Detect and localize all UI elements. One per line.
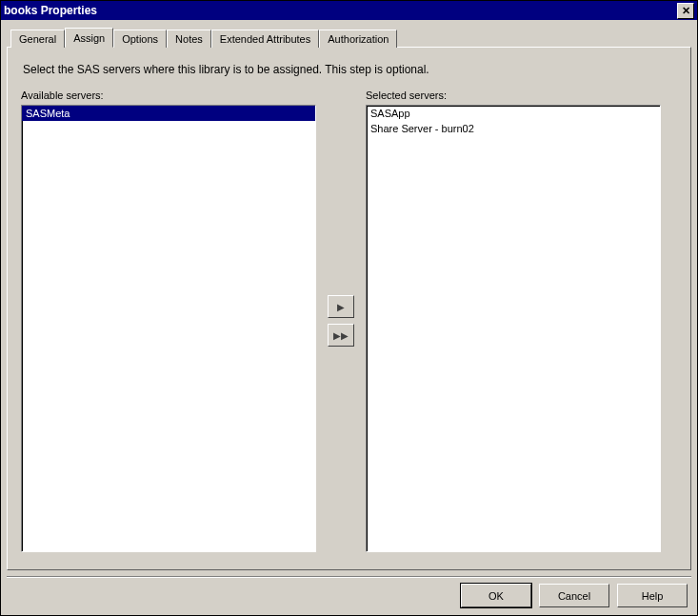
chevron-right-icon: ▶ <box>337 302 345 312</box>
help-button[interactable]: Help <box>617 584 688 607</box>
tab-general[interactable]: General <box>10 30 65 48</box>
list-item[interactable]: Share Server - burn02 <box>367 121 660 136</box>
title-bar: books Properties ✕ <box>1 1 697 20</box>
dialog-window: books Properties ✕ General Assign Option… <box>0 0 698 616</box>
dialog-body: General Assign Options Notes Extended At… <box>1 20 697 615</box>
close-icon: ✕ <box>682 5 690 17</box>
ok-button[interactable]: OK <box>461 584 531 607</box>
tab-strip: General Assign Options Notes Extended At… <box>10 26 691 47</box>
move-all-right-button[interactable]: ▶▶ <box>328 324 354 347</box>
available-column: Available servers: SASMeta <box>21 89 316 552</box>
tab-assign[interactable]: Assign <box>65 28 113 48</box>
move-right-button[interactable]: ▶ <box>328 295 354 318</box>
tab-container: General Assign Options Notes Extended At… <box>7 26 691 570</box>
available-label: Available servers: <box>21 89 316 101</box>
dialog-button-row: OK Cancel Help <box>7 578 691 607</box>
selected-servers-listbox[interactable]: SASApp Share Server - burn02 <box>366 105 661 552</box>
tab-extended-attributes[interactable]: Extended Attributes <box>211 30 319 48</box>
available-servers-listbox[interactable]: SASMeta <box>21 105 316 552</box>
selected-column: Selected servers: SASApp Share Server - … <box>366 89 661 552</box>
window-title: books Properties <box>4 4 97 17</box>
tab-panel-assign: Select the SAS servers where this librar… <box>7 47 691 570</box>
tab-notes[interactable]: Notes <box>167 30 211 48</box>
tab-authorization[interactable]: Authorization <box>319 30 397 48</box>
selected-label: Selected servers: <box>366 89 661 101</box>
shuttle-layout: Available servers: SASMeta ▶ ▶▶ Selected… <box>21 89 677 552</box>
tab-options[interactable]: Options <box>113 30 167 48</box>
close-button[interactable]: ✕ <box>677 3 694 19</box>
list-item[interactable]: SASApp <box>367 106 660 121</box>
list-item[interactable]: SASMeta <box>22 106 315 121</box>
cancel-button[interactable]: Cancel <box>539 584 609 607</box>
double-chevron-right-icon: ▶▶ <box>333 330 349 341</box>
instruction-text: Select the SAS servers where this librar… <box>23 63 677 76</box>
shuttle-buttons: ▶ ▶▶ <box>322 89 360 552</box>
